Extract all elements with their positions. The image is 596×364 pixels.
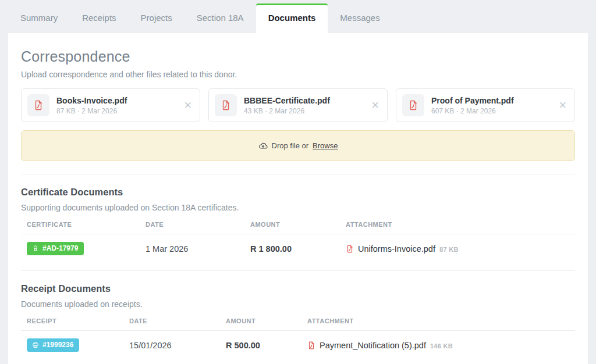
file-dropzone[interactable]: Drop file or Browse xyxy=(21,130,575,161)
file-meta: 43 KB · 2 Mar 2026 xyxy=(244,107,330,115)
receipt-documents-title: Receipt Documents xyxy=(21,283,575,294)
documents-panel: Correspondence Upload correspondence and… xyxy=(8,33,588,364)
award-icon xyxy=(32,245,39,252)
file-card-text: BBBEE-Certificate.pdf 43 KB · 2 Mar 2026 xyxy=(244,95,330,115)
date-cell: 1 Mar 2026 xyxy=(146,237,250,254)
tab-messages[interactable]: Messages xyxy=(328,3,392,33)
section-divider xyxy=(21,174,575,174)
receipt-documents-table: RECEIPT DATE AMOUNT ATTACHMENT #1999236 … xyxy=(21,317,575,352)
tab-section-18a[interactable]: Section 18A xyxy=(185,3,256,33)
printer-icon xyxy=(32,341,39,348)
col-header-certificate: CERTIFICATE xyxy=(21,221,146,234)
table-header-row: RECEIPT DATE AMOUNT ATTACHMENT xyxy=(21,317,575,331)
section-divider xyxy=(21,270,575,271)
tab-projects[interactable]: Projects xyxy=(129,3,185,33)
attachment-link[interactable]: Payment_Notification (5).pdf 146 KB xyxy=(307,340,575,350)
receipt-number: #1999236 xyxy=(42,341,73,349)
receipt-number-badge[interactable]: #1999236 xyxy=(27,338,79,352)
correspondence-file-list: Books-Invoice.pdf 87 KB · 2 Mar 2026 × B… xyxy=(21,88,575,122)
file-card-text: Proof of Payment.pdf 607 KB · 2 Mar 2026 xyxy=(431,95,514,115)
upload-cloud-icon xyxy=(258,141,268,151)
file-name: BBBEE-Certificate.pdf xyxy=(244,95,330,106)
attachment-cell: Uniforms-Invoice.pdf 87 KB xyxy=(346,236,575,254)
attachment-link[interactable]: Uniforms-Invoice.pdf 87 KB xyxy=(346,244,575,254)
table-row: #1999236 15/01/2026 R 500.00 Payment_Not… xyxy=(21,331,575,352)
pdf-file-icon xyxy=(215,94,237,116)
col-header-attachment: ATTACHMENT xyxy=(346,221,575,234)
tab-bar: Summary Receipts Projects Section 18A Do… xyxy=(0,0,596,33)
col-header-amount: AMOUNT xyxy=(250,221,346,234)
file-meta: 607 KB · 2 Mar 2026 xyxy=(431,107,514,115)
file-name: Books-Invoice.pdf xyxy=(56,95,127,106)
page-title: Correspondence xyxy=(21,48,575,65)
amount-cell: R 500.00 xyxy=(226,333,307,350)
close-icon[interactable]: × xyxy=(371,99,379,112)
certificate-documents-subtitle: Supporting documents uploaded on Section… xyxy=(21,203,575,212)
pdf-file-icon xyxy=(346,245,354,253)
col-header-date: DATE xyxy=(129,317,226,330)
col-header-date: DATE xyxy=(146,221,250,234)
dropzone-label: Drop file or xyxy=(272,141,309,150)
attachment-filesize: 146 KB xyxy=(430,342,453,349)
attachment-cell: Payment_Notification (5).pdf 146 KB xyxy=(307,333,575,350)
file-meta: 87 KB · 2 Mar 2026 xyxy=(56,107,127,115)
amount-cell: R 1 800.00 xyxy=(250,237,346,254)
attachment-filename: Payment_Notification (5).pdf xyxy=(320,341,426,350)
pdf-file-icon xyxy=(402,94,424,116)
receipt-cell: #1999236 xyxy=(21,331,129,352)
tab-documents[interactable]: Documents xyxy=(256,3,328,33)
tab-summary[interactable]: Summary xyxy=(8,3,70,33)
pdf-file-icon xyxy=(27,94,49,116)
file-name: Proof of Payment.pdf xyxy=(431,95,514,106)
col-header-receipt: RECEIPT xyxy=(21,317,129,330)
attachment-filesize: 87 KB xyxy=(439,246,459,253)
file-card-books-invoice[interactable]: Books-Invoice.pdf 87 KB · 2 Mar 2026 × xyxy=(21,88,200,122)
file-card-proof-of-payment[interactable]: Proof of Payment.pdf 607 KB · 2 Mar 2026… xyxy=(396,88,575,122)
certificate-number: #AD-17979 xyxy=(42,244,78,252)
certificate-documents-table: CERTIFICATE DATE AMOUNT ATTACHMENT #AD-1… xyxy=(21,221,575,255)
col-header-attachment: ATTACHMENT xyxy=(307,317,575,330)
attachment-filename: Uniforms-Invoice.pdf xyxy=(358,244,435,254)
page-subtitle: Upload correspondence and other files re… xyxy=(21,70,575,79)
close-icon[interactable]: × xyxy=(559,99,566,112)
date-cell: 15/01/2026 xyxy=(129,333,226,350)
browse-link[interactable]: Browse xyxy=(313,141,338,150)
col-header-amount: AMOUNT xyxy=(226,317,307,330)
certificate-number-badge[interactable]: #AD-17979 xyxy=(27,242,84,255)
certificate-cell: #AD-17979 xyxy=(21,234,146,255)
certificate-documents-title: Certificate Documents xyxy=(21,187,575,198)
tab-receipts[interactable]: Receipts xyxy=(70,3,128,33)
file-card-bbbee-certificate[interactable]: BBBEE-Certificate.pdf 43 KB · 2 Mar 2026… xyxy=(208,88,388,122)
table-row: #AD-17979 1 Mar 2026 R 1 800.00 Uniforms… xyxy=(21,234,575,255)
file-card-text: Books-Invoice.pdf 87 KB · 2 Mar 2026 xyxy=(56,95,127,115)
receipt-documents-subtitle: Documents uploaded on receipts. xyxy=(21,299,575,309)
pdf-file-icon xyxy=(307,341,315,349)
close-icon[interactable]: × xyxy=(184,99,191,112)
table-header-row: CERTIFICATE DATE AMOUNT ATTACHMENT xyxy=(21,221,575,234)
